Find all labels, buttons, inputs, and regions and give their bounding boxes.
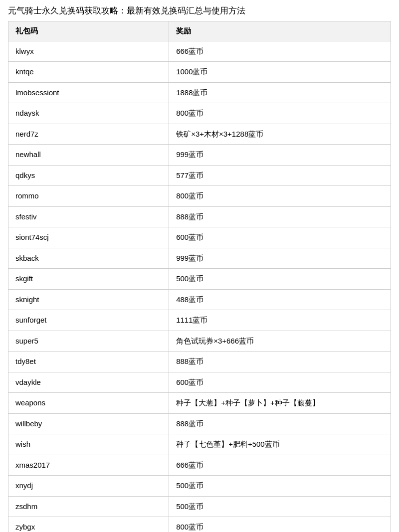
cell-code: tdy8et [8,352,169,372]
table-row: rommo800蓝币 [8,186,391,207]
cell-reward: 577蓝币 [169,165,391,186]
table-row: super5角色试玩券×3+666蓝币 [8,331,391,352]
cell-code: zybgx [8,517,169,532]
cell-reward: 800蓝币 [169,517,391,532]
cell-reward: 488蓝币 [169,289,391,310]
col-header-reward: 奖励 [169,21,391,41]
table-row: qdkys577蓝币 [8,165,391,186]
table-row: xnydj500蓝币 [8,476,391,497]
cell-code: weapons [8,393,169,414]
cell-reward: 888蓝币 [169,352,391,372]
cell-reward: 800蓝币 [169,186,391,207]
cell-code: super5 [8,331,169,352]
cell-code: klwyx [8,41,169,62]
cell-reward: 666蓝币 [169,455,391,476]
table-row: ndaysk800蓝币 [8,103,391,124]
cell-code: nerd7z [8,124,169,145]
cell-code: siont74scj [8,227,169,248]
cell-reward: 500蓝币 [169,496,391,517]
cell-reward: 种子【七色堇】+肥料+500蓝币 [169,434,391,455]
table-row: klwyx666蓝币 [8,41,391,62]
table-row: sfestiv888蓝币 [8,206,391,227]
table-container: 礼包码 奖励 klwyx666蓝币kntqe1000蓝币lmobsessiont… [0,21,399,532]
table-row: zybgx800蓝币 [8,517,391,532]
table-row: lmobsessiont1888蓝币 [8,82,391,103]
cell-code: zsdhm [8,496,169,517]
cell-reward: 600蓝币 [169,227,391,248]
cell-reward: 999蓝币 [169,248,391,269]
cell-reward: 1000蓝币 [169,62,391,83]
table-row: willbeby888蓝币 [8,413,391,434]
cell-code: sknight [8,289,169,310]
cell-reward: 600蓝币 [169,372,391,393]
cell-reward: 888蓝币 [169,206,391,227]
redemption-table: 礼包码 奖励 klwyx666蓝币kntqe1000蓝币lmobsessiont… [8,21,391,532]
cell-code: skback [8,248,169,269]
cell-reward: 种子【大葱】+种子【萝卜】+种子【藤蔓】 [169,393,391,414]
cell-code: wish [8,434,169,455]
table-row: tdy8et888蓝币 [8,352,391,372]
cell-reward: 角色试玩券×3+666蓝币 [169,331,391,352]
table-row: vdaykle600蓝币 [8,372,391,393]
cell-code: kntqe [8,62,169,83]
cell-reward: 666蓝币 [169,41,391,62]
cell-code: vdaykle [8,372,169,393]
table-row: sunforget1111蓝币 [8,310,391,331]
table-row: skgift500蓝币 [8,269,391,290]
table-row: weapons种子【大葱】+种子【萝卜】+种子【藤蔓】 [8,393,391,414]
cell-code: skgift [8,269,169,290]
cell-code: xmas2017 [8,455,169,476]
cell-code: rommo [8,186,169,207]
table-row: xmas2017666蓝币 [8,455,391,476]
page-title: 元气骑士永久兑换码获取攻略：最新有效兑换码汇总与使用方法 [0,0,399,21]
cell-code: newhall [8,145,169,166]
cell-code: willbeby [8,413,169,434]
cell-code: qdkys [8,165,169,186]
table-header-row: 礼包码 奖励 [8,21,391,41]
table-row: wish种子【七色堇】+肥料+500蓝币 [8,434,391,455]
cell-reward: 800蓝币 [169,103,391,124]
cell-reward: 1111蓝币 [169,310,391,331]
table-row: siont74scj600蓝币 [8,227,391,248]
cell-reward: 铁矿×3+木材×3+1288蓝币 [169,124,391,145]
cell-code: lmobsessiont [8,82,169,103]
cell-reward: 500蓝币 [169,269,391,290]
cell-reward: 888蓝币 [169,413,391,434]
cell-code: ndaysk [8,103,169,124]
cell-code: sfestiv [8,206,169,227]
table-row: nerd7z铁矿×3+木材×3+1288蓝币 [8,124,391,145]
table-row: newhall999蓝币 [8,145,391,166]
table-row: kntqe1000蓝币 [8,62,391,83]
table-row: zsdhm500蓝币 [8,496,391,517]
table-row: skback999蓝币 [8,248,391,269]
cell-reward: 500蓝币 [169,476,391,497]
cell-reward: 999蓝币 [169,145,391,166]
table-row: sknight488蓝币 [8,289,391,310]
col-header-code: 礼包码 [8,21,169,41]
cell-code: sunforget [8,310,169,331]
cell-reward: 1888蓝币 [169,82,391,103]
cell-code: xnydj [8,476,169,497]
